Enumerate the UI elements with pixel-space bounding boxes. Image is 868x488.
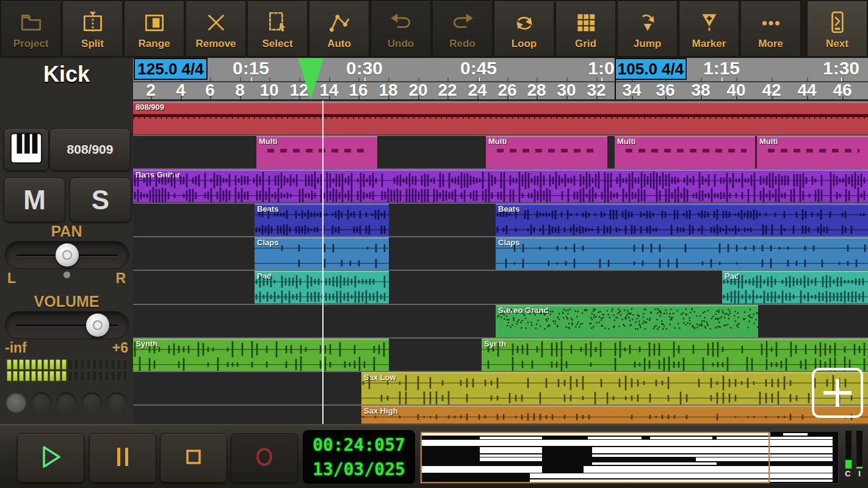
stop-button[interactable]: [160, 433, 227, 483]
record-button[interactable]: [231, 433, 298, 483]
clip-pad[interactable]: Pad: [255, 271, 389, 304]
level-meter-segment: [117, 359, 121, 370]
midi-dash-notes: [497, 149, 599, 152]
bar-tick: [566, 96, 568, 99]
project-button[interactable]: Project: [1, 1, 61, 57]
time-label: 1:15: [703, 58, 740, 79]
next-button[interactable]: Next: [807, 1, 867, 57]
page-dot[interactable]: [6, 392, 26, 412]
bar-tick: [269, 96, 270, 99]
pan-slider-knob[interactable]: [56, 243, 79, 267]
add-track-button[interactable]: [812, 368, 863, 418]
bar-tick: [772, 96, 773, 99]
play-icon: [37, 443, 65, 473]
split-button[interactable]: Split: [62, 1, 123, 57]
mute-button[interactable]: M: [4, 178, 65, 222]
midi-note-ticks: [133, 117, 868, 119]
clip-synth[interactable]: Synth: [482, 339, 868, 371]
cpu-meter-label: C: [844, 469, 852, 478]
split-icon: [80, 8, 106, 37]
clip-beats[interactable]: Beats: [496, 204, 868, 237]
clip-pad[interactable]: Pad: [722, 271, 868, 304]
selected-track-name: Kick: [0, 62, 133, 87]
tempo-marker[interactable]: 105.0 4/4: [615, 58, 687, 80]
page-dot[interactable]: [107, 392, 127, 412]
level-meter-segment: [25, 359, 30, 370]
toolbar-button-label: Redo: [449, 38, 476, 49]
toolbar-button-label: Next: [826, 38, 848, 49]
page-dot[interactable]: [31, 392, 51, 412]
loop-button[interactable]: Loop: [494, 1, 554, 57]
project-overview-minimap[interactable]: [420, 431, 839, 484]
level-meter-segment: [68, 371, 73, 381]
input-meter-fill: [856, 467, 863, 468]
level-meter-segment: [104, 359, 109, 370]
clip-sax-high[interactable]: Sax High: [361, 406, 868, 424]
level-meter-segment: [31, 359, 36, 370]
range-button[interactable]: Range: [124, 1, 184, 57]
time-ruler[interactable]: 0:150:300:451:01:151:30125.0 4/4105.0 4/…: [133, 58, 868, 82]
bar-tick: [418, 96, 419, 99]
bar-tick: [358, 96, 360, 99]
level-meter-row: [7, 371, 128, 381]
level-meter-segment: [7, 371, 12, 381]
playhead-line: [322, 101, 324, 424]
undo-button[interactable]: Undo: [371, 1, 431, 57]
arrangement-area[interactable]: 808/909MultiMultiMultiMultiBass GuitarBe…: [133, 101, 868, 424]
level-meter-segment: [98, 371, 103, 381]
level-meter-segment: [13, 371, 18, 381]
page-dot[interactable]: [82, 392, 102, 412]
jump-button[interactable]: Jump: [617, 1, 678, 57]
bar-tick: [736, 96, 737, 99]
clip-multi[interactable]: Multi: [615, 136, 755, 169]
clip-claps[interactable]: Claps: [496, 237, 868, 270]
clip-stereo-grand[interactable]: Stereo Grand: [496, 305, 758, 338]
volume-slider[interactable]: [5, 311, 129, 339]
instrument-preset-button[interactable]: 808/909: [49, 128, 131, 171]
volume-slider-knob[interactable]: [86, 314, 109, 337]
pause-button[interactable]: [89, 433, 156, 483]
pan-slider[interactable]: [5, 241, 129, 269]
clip-claps[interactable]: Claps: [255, 237, 389, 270]
minimap-viewport[interactable]: [421, 432, 770, 483]
clip-multi[interactable]: Multi: [486, 136, 607, 169]
playhead-marker[interactable]: [298, 58, 324, 99]
piano-icon: [9, 131, 44, 168]
clip-bass-guitar[interactable]: Bass Guitar: [133, 170, 868, 203]
clip-synth[interactable]: Synth: [133, 339, 389, 371]
toolbar-button-label: Marker: [692, 38, 726, 49]
clip-sax-low[interactable]: Sax Low: [361, 372, 868, 405]
solo-button[interactable]: S: [70, 178, 131, 222]
clip-808-909[interactable]: 808/909: [133, 102, 868, 135]
bar-ruler[interactable]: 2468101214161820222426283032343638404244…: [133, 82, 868, 101]
track-control-panel: Kick 808/909 M S PAN L R VOLUME -inf +6: [0, 58, 134, 424]
volume-max-label: +6: [112, 340, 128, 356]
page-dot[interactable]: [56, 392, 76, 412]
instrument-preset-label: 808/909: [67, 142, 114, 157]
audio-waveform: [361, 372, 868, 405]
grid-button[interactable]: Grid: [555, 1, 616, 57]
level-meter-segment: [80, 359, 85, 370]
next-icon: [825, 8, 850, 37]
play-button[interactable]: [17, 433, 84, 483]
auto-button[interactable]: Auto: [309, 1, 369, 57]
instrument-button[interactable]: [4, 128, 49, 171]
remove-button[interactable]: Remove: [186, 1, 246, 57]
tempo-marker[interactable]: 125.0 4/4: [134, 58, 208, 80]
level-meter-segment: [19, 371, 24, 381]
clip-multi[interactable]: Multi: [757, 136, 868, 169]
select-button[interactable]: Select: [247, 1, 308, 57]
level-meter-segment: [110, 371, 115, 381]
more-button[interactable]: More: [740, 1, 801, 57]
clip-beats[interactable]: Beats: [255, 204, 389, 237]
time-label: 0:45: [460, 58, 497, 79]
remove-icon: [203, 8, 229, 37]
toolbar-button-label: More: [758, 38, 783, 49]
level-meter-segment: [56, 359, 60, 370]
clip-multi[interactable]: Multi: [256, 136, 377, 169]
pan-right-label: R: [115, 270, 126, 287]
marker-button[interactable]: Marker: [679, 1, 739, 57]
cpu-meter: [845, 430, 852, 469]
time-display[interactable]: 00:24:057 13/03/025: [303, 430, 415, 484]
redo-button[interactable]: Redo: [432, 1, 493, 57]
